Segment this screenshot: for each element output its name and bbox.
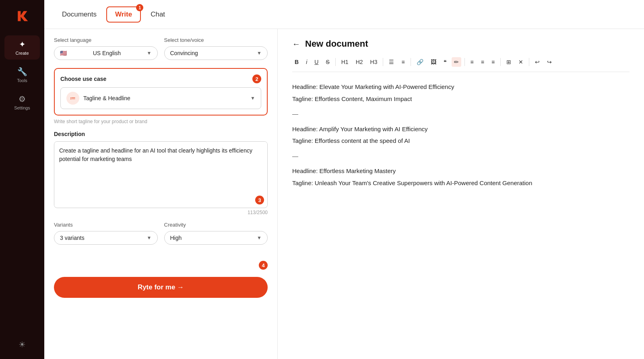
step-2-badge: 2 <box>252 74 261 83</box>
document-title: New document <box>305 39 368 49</box>
main-area: Documents Write 1 Chat Select language 🇺… <box>44 0 644 359</box>
toolbar-divider-6 <box>529 58 529 66</box>
tools-icon: 🔧 <box>17 67 27 76</box>
doc-line-6: Tagline: Unleash Your Team's Creative Su… <box>292 178 630 188</box>
tone-chevron-icon: ▼ <box>257 50 262 56</box>
creativity-value: High <box>170 235 182 241</box>
toolbar-divider-2 <box>383 58 383 66</box>
sidebar-tools-label: Tools <box>17 78 27 83</box>
step-3-badge: 3 <box>255 196 264 204</box>
description-label: Description <box>54 131 268 137</box>
creativity-label: Creativity <box>164 222 268 228</box>
theme-icon[interactable]: ☀ <box>15 336 29 353</box>
language-select[interactable]: 🇺🇸 US English ▼ <box>54 46 158 60</box>
align-right-button[interactable]: ≡ <box>489 57 497 67</box>
write-tab-label: Write <box>115 10 132 19</box>
image-button[interactable]: 🖼 <box>428 57 439 67</box>
use-case-icon: ≔ <box>66 92 79 105</box>
quote-button[interactable]: ❝ <box>441 57 449 67</box>
char-count: 113/2500 <box>54 210 268 215</box>
use-case-hint: Write short tagline for your product or … <box>54 119 268 124</box>
description-textarea[interactable]: Create a tagline and headline for an AI … <box>54 142 267 206</box>
right-panel: ← New document B i U S H1 H2 H3 ☰ ≡ 🔗 🖼 … <box>278 29 644 359</box>
tab-write[interactable]: Write 1 <box>106 6 141 23</box>
language-flag: 🇺🇸 <box>60 50 67 56</box>
sidebar: ✦ Create 🔧 Tools ⚙ Settings ☀ <box>0 0 44 359</box>
step-4-badge: 4 <box>259 261 268 270</box>
toolbar-divider-3 <box>411 58 411 66</box>
doc-line-3: Headline: Amplify Your Marketing with AI… <box>292 124 630 134</box>
tone-value: Convincing <box>170 50 198 56</box>
variants-group: Variants 3 variants ▼ <box>54 222 158 245</box>
sidebar-create-label: Create <box>15 51 29 56</box>
bottom-area: 4 Ryte for me → <box>54 253 268 298</box>
language-label: Select language <box>54 37 158 43</box>
align-center-button[interactable]: ≡ <box>479 57 487 67</box>
tone-group: Select tone/voice Convincing ▼ <box>164 37 268 60</box>
doc-separator-1: — <box>292 109 630 119</box>
bold-button[interactable]: B <box>292 57 301 67</box>
align-left-button[interactable]: ≡ <box>468 57 476 67</box>
document-content: Headline: Elevate Your Marketing with AI… <box>292 82 630 188</box>
italic-button[interactable]: i <box>303 57 310 67</box>
highlight-button[interactable]: ✏ <box>452 57 461 67</box>
language-group: Select language 🇺🇸 US English ▼ <box>54 37 158 60</box>
ryte-button[interactable]: Ryte for me → <box>54 277 268 298</box>
language-value: US English <box>93 50 121 56</box>
use-case-section: Choose use case 2 ≔ Tagline & Headline ▼ <box>54 68 268 116</box>
toolbar-divider-5 <box>500 58 501 66</box>
document-header: ← New document <box>292 39 630 49</box>
creativity-group: Creativity High ▼ <box>164 222 268 245</box>
h1-button[interactable]: H1 <box>339 57 351 67</box>
h2-button[interactable]: H2 <box>353 57 365 67</box>
description-textarea-wrapper: Create a tagline and headline for an AI … <box>54 141 268 208</box>
language-tone-row: Select language 🇺🇸 US English ▼ Select t… <box>54 37 268 60</box>
undo-button[interactable]: ↩ <box>533 57 542 67</box>
doc-separator-2: — <box>292 151 630 161</box>
tab-chat[interactable]: Chat <box>142 7 173 22</box>
creativity-select[interactable]: High ▼ <box>164 231 268 245</box>
use-case-select[interactable]: ≔ Tagline & Headline ▼ <box>60 87 261 109</box>
tone-select[interactable]: Convincing ▼ <box>164 46 268 60</box>
use-case-section-label: Choose use case <box>60 76 106 82</box>
content-area: Select language 🇺🇸 US English ▼ Select t… <box>44 29 644 359</box>
variants-value: 3 variants <box>60 235 85 241</box>
use-case-chevron-icon: ▼ <box>250 95 255 101</box>
table-button[interactable]: ⊞ <box>504 57 514 67</box>
variants-creativity-row: Variants 3 variants ▼ Creativity High ▼ <box>54 222 268 245</box>
h3-button[interactable]: H3 <box>368 57 380 67</box>
underline-button[interactable]: U <box>312 57 321 67</box>
sidebar-bottom: ☀ <box>15 336 29 353</box>
creativity-chevron-icon: ▼ <box>257 235 262 241</box>
link-button[interactable]: 🔗 <box>414 57 426 67</box>
sidebar-item-create[interactable]: ✦ Create <box>4 35 40 60</box>
toolbar-divider-1 <box>335 58 336 66</box>
ordered-list-button[interactable]: ≡ <box>399 57 407 67</box>
doc-line-1: Headline: Elevate Your Marketing with AI… <box>292 82 630 92</box>
variants-chevron-icon: ▼ <box>147 235 152 241</box>
toolbar-divider-4 <box>464 58 465 66</box>
bullet-list-button[interactable]: ☰ <box>386 57 396 67</box>
doc-line-5: Headline: Effortless Marketing Mastery <box>292 166 630 176</box>
tab-documents[interactable]: Documents <box>54 7 105 22</box>
sidebar-settings-label: Settings <box>14 105 30 110</box>
redo-button[interactable]: ↪ <box>545 57 554 67</box>
left-panel: Select language 🇺🇸 US English ▼ Select t… <box>44 29 278 359</box>
clear-format-button[interactable]: ✕ <box>516 57 526 67</box>
description-section: Description Create a tagline and headlin… <box>54 131 268 215</box>
sidebar-item-settings[interactable]: ⚙ Settings <box>4 90 40 114</box>
sidebar-item-tools[interactable]: 🔧 Tools <box>4 63 40 87</box>
strikethrough-button[interactable]: S <box>323 57 332 67</box>
variants-label: Variants <box>54 222 158 228</box>
top-navigation: Documents Write 1 Chat <box>44 0 644 29</box>
back-arrow-icon[interactable]: ← <box>292 39 300 49</box>
variants-select[interactable]: 3 variants ▼ <box>54 231 158 245</box>
create-icon: ✦ <box>19 39 26 49</box>
language-chevron-icon: ▼ <box>147 50 152 56</box>
tone-label: Select tone/voice <box>164 37 268 43</box>
doc-line-4: Tagline: Effortless content at the speed… <box>292 136 630 146</box>
doc-line-2: Tagline: Effortless Content, Maximum Imp… <box>292 94 630 104</box>
use-case-value: Tagline & Headline <box>83 95 130 101</box>
app-logo <box>12 6 32 26</box>
write-tab-badge: 1 <box>136 4 143 11</box>
